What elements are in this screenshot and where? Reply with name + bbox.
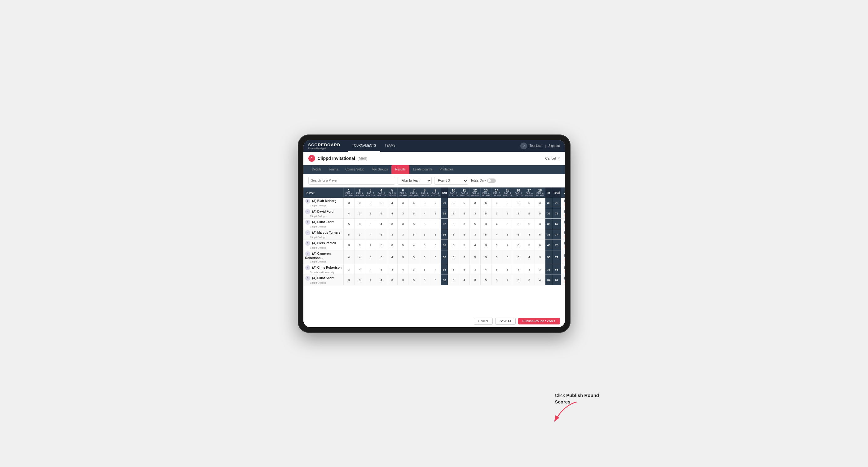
score-hole-9[interactable]: 5 [430,240,441,250]
score-hole-13[interactable]: 3 [480,240,492,250]
score-hole-6[interactable]: 3 [398,218,408,229]
score-hole-11[interactable]: 5 [459,240,470,250]
score-hole-12[interactable]: 3 [470,208,480,218]
tab-results[interactable]: Results [392,165,409,174]
score-hole-8[interactable]: 3 [419,198,430,208]
score-hole-8[interactable]: 3 [419,240,430,250]
score-hole-1[interactable]: 4 [344,250,354,264]
score-hole-2[interactable]: 3 [354,208,365,218]
score-hole-11[interactable]: 4 [459,275,470,285]
score-hole-3[interactable]: 4 [365,264,376,275]
save-all-button[interactable]: Save All [495,318,516,325]
score-hole-4[interactable]: 5 [376,264,387,275]
score-hole-3[interactable]: 4 [365,240,376,250]
score-hole-5[interactable]: 3 [387,240,398,250]
score-hole-6[interactable]: 3 [398,208,408,218]
totals-only-switch[interactable] [487,179,496,183]
score-hole-5[interactable]: 3 [387,218,398,229]
score-hole-18[interactable]: 3 [534,250,546,264]
score-hole-14[interactable]: 3 [491,250,502,264]
round-select[interactable]: Round 3 [434,177,468,185]
totals-only-toggle[interactable]: Totals Only [471,179,496,183]
score-hole-8[interactable]: 3 [419,229,430,240]
score-hole-15[interactable]: 3 [502,229,513,240]
score-hole-1[interactable]: 3 [344,240,354,250]
score-hole-9[interactable]: 5 [430,229,441,240]
search-input[interactable] [308,177,395,185]
score-hole-12[interactable]: 3 [470,275,480,285]
score-hole-7[interactable]: 4 [408,240,419,250]
score-hole-7[interactable]: 6 [408,198,419,208]
score-hole-2[interactable]: 3 [354,229,365,240]
score-hole-10[interactable]: 3 [448,229,459,240]
score-hole-1[interactable]: 3 [344,264,354,275]
score-hole-1[interactable]: 4 [344,208,354,218]
score-hole-11[interactable]: 5 [459,229,470,240]
score-hole-11[interactable]: 3 [459,250,470,264]
score-hole-14[interactable]: 5 [491,240,502,250]
score-hole-6[interactable]: 5 [398,240,408,250]
score-hole-8[interactable]: 3 [419,250,430,264]
score-hole-2[interactable]: 4 [354,250,365,264]
score-hole-3[interactable]: 4 [365,275,376,285]
score-hole-15[interactable]: 4 [502,275,513,285]
score-hole-14[interactable]: 3 [491,275,502,285]
score-hole-6[interactable]: 4 [398,264,408,275]
score-hole-17[interactable]: 4 [524,250,534,264]
score-hole-2[interactable]: 3 [354,218,365,229]
score-hole-3[interactable]: 4 [365,229,376,240]
wd-badge[interactable]: WD [564,220,565,224]
score-hole-11[interactable]: 5 [459,208,470,218]
score-hole-15[interactable]: 5 [502,208,513,218]
score-hole-4[interactable]: 5 [376,240,387,250]
sign-out-link[interactable]: Sign out [549,144,560,148]
score-hole-9[interactable]: 7 [430,198,441,208]
score-hole-5[interactable]: 4 [387,250,398,264]
wd-badge[interactable]: WD [564,276,565,280]
score-hole-6[interactable]: 3 [398,198,408,208]
score-hole-2[interactable]: 3 [354,275,365,285]
score-hole-3[interactable]: 5 [365,198,376,208]
score-hole-16[interactable]: 4 [513,264,524,275]
score-hole-12[interactable]: 3 [470,198,480,208]
filter-by-team-select[interactable]: Filter by team [398,177,432,185]
score-hole-18[interactable]: 3 [534,218,546,229]
tab-printables[interactable]: Printables [436,165,457,174]
score-hole-16[interactable]: 5 [513,229,524,240]
score-hole-14[interactable]: 4 [491,218,502,229]
score-hole-8[interactable]: 5 [419,264,430,275]
score-hole-11[interactable]: 5 [459,264,470,275]
score-hole-18[interactable]: 3 [534,264,546,275]
tab-course-setup[interactable]: Course Setup [342,165,368,174]
score-hole-10[interactable]: 3 [448,198,459,208]
score-hole-10[interactable]: 5 [448,240,459,250]
score-hole-14[interactable]: 5 [491,264,502,275]
score-hole-9[interactable]: 5 [430,250,441,264]
publish-round-scores-button[interactable]: Publish Round Scores [518,318,560,324]
nav-teams[interactable]: TEAMS [380,140,399,152]
tab-leaderboards[interactable]: Leaderboards [409,165,436,174]
score-hole-13[interactable]: 3 [480,218,492,229]
score-hole-17[interactable]: 5 [524,198,534,208]
wd-badge[interactable]: WD [564,210,565,213]
score-hole-3[interactable]: 3 [365,208,376,218]
score-hole-4[interactable]: 6 [376,208,387,218]
score-hole-10[interactable]: 3 [448,208,459,218]
score-hole-13[interactable]: 3 [480,250,492,264]
tournament-cancel-button[interactable]: Cancel ✕ [545,156,560,160]
score-hole-16[interactable]: 5 [513,275,524,285]
wd-badge[interactable]: WD [564,231,565,234]
score-hole-10[interactable]: 3 [448,275,459,285]
score-hole-13[interactable]: 5 [480,275,492,285]
score-hole-9[interactable]: 4 [430,264,441,275]
score-hole-18[interactable]: 3 [534,198,546,208]
score-hole-8[interactable]: 3 [419,275,430,285]
score-hole-12[interactable]: 4 [470,240,480,250]
score-hole-1[interactable]: 5 [344,229,354,240]
score-hole-5[interactable]: 4 [387,198,398,208]
score-hole-7[interactable]: 3 [408,264,419,275]
score-hole-3[interactable]: 5 [365,250,376,264]
score-hole-17[interactable]: 5 [524,218,534,229]
score-hole-4[interactable]: 3 [376,250,387,264]
score-hole-16[interactable]: 6 [513,218,524,229]
